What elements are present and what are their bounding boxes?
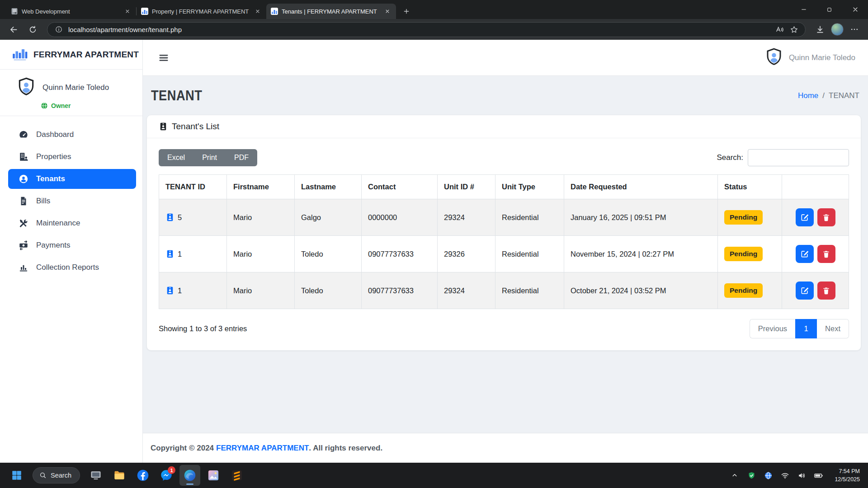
search-input[interactable] — [748, 149, 849, 166]
next-page-button[interactable]: Next — [817, 319, 849, 338]
delete-button[interactable] — [817, 208, 835, 226]
sidebar-item-label: Tenants — [36, 174, 65, 183]
browser-tab-tenants-active[interactable]: Tenants | FERRYMAR APARTMENT — [266, 4, 396, 19]
table-header-row: TENANT ID Firstname Lastname Contact Uni… — [159, 175, 849, 199]
sidebar-nav: Dashboard Properties Tenants — [0, 116, 142, 286]
column-header-lastname[interactable]: Lastname — [295, 175, 362, 199]
browser-menu-icon[interactable] — [846, 21, 863, 38]
sidebar-user-block: Quinn Marie Toledo Owner — [0, 70, 142, 116]
url-text[interactable]: localhost/apartment/owner/tenant.php — [68, 26, 770, 33]
back-button[interactable] — [5, 21, 22, 38]
taskbar-app-messenger[interactable]: 1 — [156, 465, 177, 486]
search-label: Search: — [717, 153, 743, 162]
minimize-button[interactable] — [791, 0, 816, 19]
column-header-firstname[interactable]: Firstname — [227, 175, 295, 199]
taskbar-clock[interactable]: 7:54 PM 12/5/2025 — [835, 467, 862, 483]
downloads-button[interactable] — [812, 21, 828, 38]
taskbar-app-facebook[interactable] — [132, 465, 153, 486]
cell-unit-type: Residential — [495, 199, 564, 236]
sidebar-item-label: Properties — [36, 152, 71, 161]
delete-button[interactable] — [817, 282, 835, 300]
id-badge-icon — [165, 286, 175, 295]
tab-title: Tenants | FERRYMAR APARTMENT — [282, 8, 380, 15]
wifi-icon[interactable] — [780, 470, 790, 480]
breadcrumb-separator: / — [822, 91, 825, 100]
table-row: 1 Mario Toledo 09077737633 29326 Residen… — [159, 236, 849, 272]
sidebar-item-collection-reports[interactable]: Collection Reports — [8, 258, 136, 277]
sidebar-item-properties[interactable]: Properties — [8, 147, 136, 167]
column-header-unit-id[interactable]: Unit ID # — [438, 175, 495, 199]
edit-button[interactable] — [796, 245, 814, 263]
column-header-status[interactable]: Status — [718, 175, 782, 199]
sidebar-item-dashboard[interactable]: Dashboard — [8, 125, 136, 145]
pdf-button[interactable]: PDF — [226, 149, 257, 166]
sidebar-item-bills[interactable]: Bills — [8, 191, 136, 211]
topbar-user-menu[interactable]: Quinn Marie Toledo — [764, 47, 855, 68]
sidebar-item-maintenance[interactable]: Maintenance — [8, 213, 136, 233]
table-controls: Excel Print PDF Search: — [159, 149, 849, 166]
breadcrumb-home-link[interactable]: Home — [798, 91, 818, 100]
favorite-star-icon[interactable] — [789, 24, 799, 34]
browser-tab-web-development[interactable]: Web Development — [6, 4, 136, 19]
status-badge: Pending — [724, 210, 763, 225]
site-info-icon[interactable] — [54, 24, 64, 34]
maximize-button[interactable] — [816, 0, 842, 19]
screen: Web Development Property | FERRYMAR APAR… — [0, 0, 868, 488]
read-aloud-icon[interactable] — [774, 24, 784, 34]
taskbar-app-file-explorer[interactable] — [109, 465, 130, 486]
page-title: TENANT — [151, 88, 202, 104]
edit-button[interactable] — [796, 282, 814, 300]
cell-unit-id: 29326 — [438, 236, 495, 272]
page-1-button[interactable]: 1 — [795, 319, 817, 338]
security-shield-icon[interactable] — [746, 470, 756, 480]
tab-close-icon[interactable] — [254, 7, 262, 15]
refresh-button[interactable] — [24, 21, 41, 38]
tab-close-icon[interactable] — [383, 7, 392, 15]
brand[interactable]: FERRYMAR APARTMENT — [0, 40, 142, 70]
taskbar-app-photos[interactable] — [203, 465, 224, 486]
sidebar-user-name: Quinn Marie Toledo — [42, 83, 109, 92]
browser-toolbar: localhost/apartment/owner/tenant.php — [0, 19, 868, 40]
new-tab-button[interactable] — [400, 5, 413, 18]
browser-tab-property[interactable]: Property | FERRYMAR APARTMENT — [137, 4, 266, 19]
sidebar-item-tenants[interactable]: Tenants — [8, 169, 136, 189]
taskbar-search[interactable]: Search — [33, 467, 80, 483]
column-header-unit-type[interactable]: Unit Type — [495, 175, 564, 199]
hamburger-menu-icon[interactable] — [156, 50, 172, 66]
brand-logo-icon — [12, 46, 28, 64]
column-header-contact[interactable]: Contact — [362, 175, 438, 199]
topbar: Quinn Marie Toledo — [143, 40, 868, 76]
money-transfer-icon — [18, 240, 29, 251]
browser-profile-avatar[interactable] — [831, 23, 844, 36]
column-header-tenant-id[interactable]: TENANT ID — [159, 175, 227, 199]
delete-button[interactable] — [817, 245, 835, 263]
cell-contact: 09077737633 — [362, 236, 438, 272]
print-button[interactable]: Print — [193, 149, 226, 166]
taskbar-app-monitor[interactable] — [85, 465, 106, 486]
taskbar-app-sublime-text[interactable] — [226, 465, 247, 486]
cell-tenant-id: 1 — [178, 286, 182, 295]
cell-lastname: Galgo — [295, 199, 362, 236]
cell-date-requested: November 15, 2024 | 02:27 PM — [564, 236, 718, 272]
system-tray: 7:54 PM 12/5/2025 — [730, 467, 862, 483]
column-header-date-requested[interactable]: Date Requested — [564, 175, 718, 199]
network-globe-icon[interactable] — [763, 470, 773, 480]
page-favicon — [11, 8, 18, 15]
cell-tenant-id: 1 — [178, 250, 182, 258]
edit-button[interactable] — [796, 208, 814, 226]
sidebar-item-label: Bills — [36, 197, 50, 206]
cell-contact: 0000000 — [362, 199, 438, 236]
battery-icon[interactable] — [813, 470, 823, 480]
volume-icon[interactable] — [797, 470, 807, 480]
address-bar[interactable]: localhost/apartment/owner/tenant.php — [47, 22, 806, 37]
chevron-up-icon[interactable] — [730, 470, 740, 480]
taskbar-app-edge[interactable] — [179, 465, 200, 486]
excel-button[interactable]: Excel — [159, 149, 193, 166]
previous-page-button[interactable]: Previous — [750, 319, 795, 338]
taskbar: Search 1 — [0, 463, 868, 488]
start-button[interactable] — [6, 465, 27, 486]
content-header: TENANT Home / TENANT — [146, 88, 861, 104]
tab-close-icon[interactable] — [123, 7, 132, 15]
sidebar-item-payments[interactable]: Payments — [8, 235, 136, 255]
close-button[interactable] — [842, 0, 868, 19]
